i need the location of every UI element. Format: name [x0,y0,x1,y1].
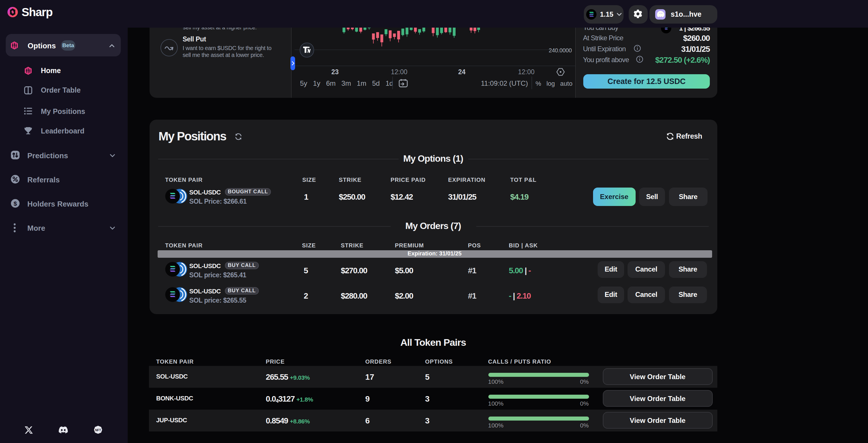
svg-text:NFT: NFT [95,428,101,432]
svg-text:$: $ [13,200,17,207]
